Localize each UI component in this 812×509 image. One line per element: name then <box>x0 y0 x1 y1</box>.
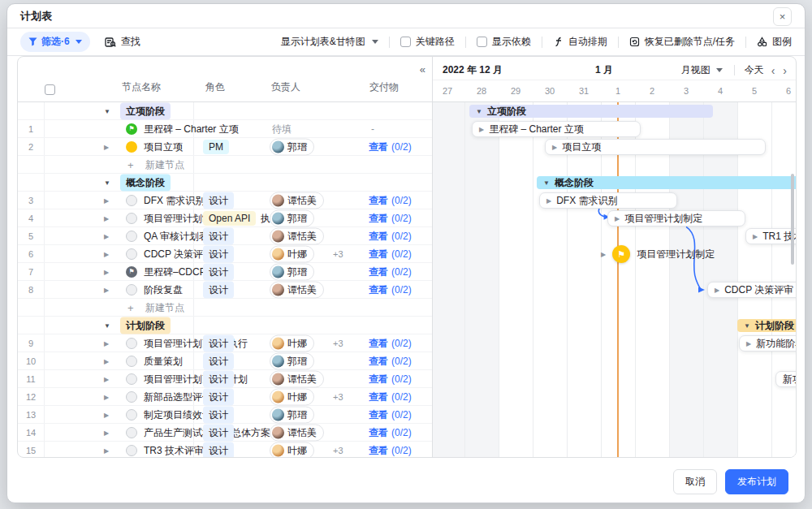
phase-row[interactable]: ▼计划阶段 <box>18 317 432 334</box>
owner-chip[interactable]: 叶娜 <box>270 388 314 405</box>
expand-icon[interactable]: ▶ <box>104 446 109 454</box>
table-row[interactable]: 3▶DFX 需求识别设计谭恬美查看(0/2) <box>18 192 432 209</box>
table-row[interactable]: 9▶项目管理计划更新&执行设计叶娜+3查看(0/2) <box>18 334 432 352</box>
table-row[interactable]: 8▶阶段复盘设计谭恬美查看(0/2) <box>18 281 432 299</box>
deliverable-view-link[interactable]: 查看(0/2) <box>369 390 412 403</box>
phase-row[interactable]: ▼立项阶段 <box>18 102 432 120</box>
gantt-phase-bar[interactable]: ▼立项阶段 <box>469 105 713 118</box>
vertical-scrollbar[interactable] <box>791 174 794 265</box>
critical-path-toggle[interactable]: 关键路径 <box>400 35 455 49</box>
deliverable-view-link[interactable]: 查看(0/2) <box>369 283 412 296</box>
gantt-task-bar[interactable]: ▶新功能阶段推广 <box>739 335 796 352</box>
deliverable-view-link[interactable]: 查看(0/2) <box>369 336 412 350</box>
gantt-task-bar[interactable]: ▶项目立项 <box>545 139 766 155</box>
legend-button[interactable]: 图例 <box>757 35 792 49</box>
cancel-button[interactable]: 取消 <box>673 469 717 494</box>
gantt-phase-bar[interactable]: ▼计划阶段 <box>737 319 796 332</box>
table-row[interactable]: 15▶TR3 技术评审设计叶娜+3查看(0/2) <box>18 442 432 457</box>
owner-chip[interactable]: 郭瑨 <box>270 406 314 423</box>
show-dependency-checkbox[interactable] <box>477 37 487 47</box>
collapse-phase-icon[interactable]: ▼ <box>104 321 110 329</box>
auto-schedule-button[interactable]: 自动排期 <box>553 35 607 49</box>
view-mode-dropdown[interactable]: 显示计划表&甘特图 <box>281 35 378 49</box>
gantt-task-bar[interactable]: 新功能 <box>775 371 796 387</box>
deliverable-view-link[interactable]: 查看(0/2) <box>369 265 412 278</box>
expand-icon[interactable]: ▶ <box>104 339 109 347</box>
table-row[interactable]: 4▶项目管理计划制定（初步）执行Open API郭瑨查看(0/2) <box>18 209 432 227</box>
gantt-task-bar[interactable]: ▶DFX 需求识别 <box>539 192 677 209</box>
expand-icon[interactable]: ▶ <box>104 429 109 436</box>
owner-chip[interactable]: 郭瑨 <box>270 263 314 280</box>
deliverable-view-link[interactable]: 查看(0/2) <box>369 193 412 207</box>
table-row[interactable]: 1⚑里程碑 – Charter 立项-待填- <box>18 120 432 138</box>
table-row[interactable]: 12▶新部品选型评估设计叶娜+3查看(0/2) <box>18 388 432 406</box>
zoom-level-dropdown[interactable]: 月视图 <box>676 62 728 79</box>
owner-chip[interactable]: 郭瑨 <box>270 138 314 155</box>
add-node-plus-icon[interactable]: + <box>127 301 134 313</box>
deliverable-view-link[interactable]: 查看(0/2) <box>369 425 412 439</box>
add-node-label[interactable]: 新建节点 <box>145 300 184 314</box>
add-node-plus-icon[interactable]: + <box>127 158 134 170</box>
gantt-phase-bar[interactable]: ▼概念阶段 <box>537 176 796 189</box>
expand-icon[interactable]: ▶ <box>104 375 109 382</box>
deliverable-view-link[interactable]: 查看(0/2) <box>369 140 412 153</box>
publish-plan-button[interactable]: 发布计划 <box>725 469 788 494</box>
owner-chip[interactable]: 谭恬美 <box>270 192 324 209</box>
collapse-phase-icon[interactable]: ▼ <box>104 107 110 114</box>
owner-chip[interactable]: 叶娜 <box>270 442 314 457</box>
table-row[interactable]: 7▶⚑里程碑–CDCP设计郭瑨查看(0/2) <box>18 263 432 281</box>
gantt-task-bar[interactable]: ▶里程碑 – Charter 立项 <box>472 121 641 137</box>
owner-chip[interactable]: 谭恬美 <box>270 424 324 441</box>
table-row[interactable]: 6▶CDCP 决策评审设计叶娜+3查看(0/2) <box>18 245 432 263</box>
expand-icon[interactable]: ▶ <box>104 196 109 204</box>
add-node-row[interactable]: +新建节点 <box>18 299 432 317</box>
add-node-label[interactable]: 新建节点 <box>145 157 184 171</box>
gantt-task-bar[interactable]: ▶项目管理计划制定 <box>607 210 745 226</box>
expand-icon[interactable]: ▶ <box>104 357 109 364</box>
expand-icon[interactable]: ▶ <box>104 214 109 222</box>
deliverable-view-link[interactable]: 查看(0/2) <box>369 211 412 225</box>
gantt-task-bar[interactable]: ▶TR1 技术评审 <box>745 228 796 244</box>
filter-button[interactable]: 筛选·6 <box>20 32 90 52</box>
deliverable-view-link[interactable]: 查看(0/2) <box>369 354 412 368</box>
deliverable-view-link[interactable]: 查看(0/2) <box>369 443 412 457</box>
table-row[interactable]: 14▶产品生产测试和工艺总体方案设计设计谭恬美查看(0/2) <box>18 424 432 442</box>
collapse-phase-icon[interactable]: ▼ <box>104 179 110 186</box>
table-row[interactable]: 13▶制定项目绩效计划设计郭瑨查看(0/2) <box>18 406 432 424</box>
deliverable-view-link[interactable]: 查看(0/2) <box>369 247 412 261</box>
expand-icon[interactable]: ▶ <box>104 286 109 293</box>
restore-deleted-button[interactable]: 恢复已删除节点/任务 <box>629 35 735 49</box>
expand-icon[interactable]: ▶ <box>104 143 109 150</box>
table-row[interactable]: 2▶项目立项PM郭瑨查看(0/2) <box>18 138 432 156</box>
deliverable-view-link[interactable]: 查看(0/2) <box>369 408 412 421</box>
owner-chip[interactable]: 谭恬美 <box>270 370 324 387</box>
critical-path-checkbox[interactable] <box>400 37 411 47</box>
close-button[interactable]: × <box>773 7 792 26</box>
add-node-row[interactable]: +新建节点 <box>18 156 432 174</box>
expand-icon[interactable]: ▶ <box>104 411 109 418</box>
table-row[interactable]: 10▶质量策划设计郭瑨查看(0/2) <box>18 352 432 370</box>
today-button[interactable]: 今天 <box>741 62 767 79</box>
gantt-milestone-flag[interactable]: ▶⚑项目管理计划制定 <box>601 245 715 263</box>
collapse-table-icon[interactable]: « <box>420 63 424 75</box>
table-row[interactable]: 5▶QA 审核计划表设计谭恬美查看(0/2) <box>18 227 432 245</box>
owner-chip[interactable]: 谭恬美 <box>270 281 324 298</box>
expand-icon[interactable]: ▶ <box>104 250 109 257</box>
deliverable-view-link[interactable]: 查看(0/2) <box>369 229 412 243</box>
show-dependency-toggle[interactable]: 显示依赖 <box>477 35 531 49</box>
gantt-task-bar[interactable]: ▶CDCP 决策评审 <box>707 282 796 298</box>
scroll-right-icon[interactable]: › <box>779 64 791 77</box>
expand-icon[interactable]: ▶ <box>104 268 109 275</box>
owner-chip[interactable]: 叶娜 <box>270 245 314 262</box>
scroll-left-icon[interactable]: ‹ <box>767 64 780 77</box>
expand-icon[interactable]: ▶ <box>104 393 109 400</box>
find-button[interactable]: 查找 <box>105 35 140 49</box>
owner-chip[interactable]: 郭瑨 <box>270 352 314 369</box>
deliverable-view-link[interactable]: 查看(0/2) <box>369 372 412 386</box>
owner-chip[interactable]: 郭瑨 <box>270 209 314 226</box>
owner-chip[interactable]: 谭恬美 <box>270 227 324 244</box>
select-all-checkbox[interactable] <box>45 84 55 95</box>
table-row[interactable]: 11▶项目管理计划更新&计划设计谭恬美查看(0/2) <box>18 370 432 388</box>
expand-icon[interactable]: ▶ <box>104 232 109 239</box>
owner-chip[interactable]: 叶娜 <box>270 334 314 352</box>
